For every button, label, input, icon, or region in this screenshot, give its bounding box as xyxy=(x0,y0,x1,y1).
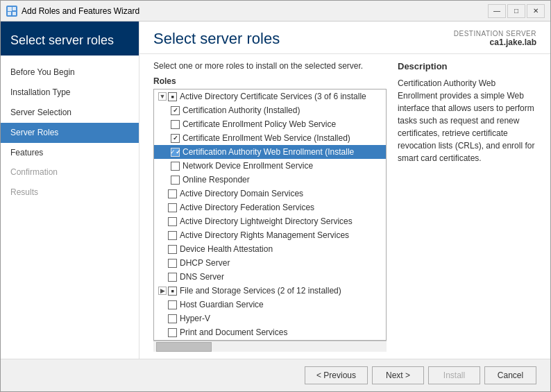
destination-value: ca1.jake.lab xyxy=(454,37,536,47)
sidebar-header: Select server roles xyxy=(1,22,139,56)
expander-file-storage[interactable]: ▶ xyxy=(158,287,167,295)
role-row-cert-auth-web[interactable]: ✓ Certification Authority Web Enrollment… xyxy=(154,145,386,159)
footer: < Previous Next > Install Cancel xyxy=(1,359,550,391)
sidebar-item-installation-type[interactable]: Installation Type xyxy=(1,83,139,103)
horizontal-scrollbar[interactable] xyxy=(153,341,387,352)
destination-info: DESTINATION SERVER ca1.jake.lab xyxy=(454,30,536,47)
checkbox-cert-enroll-web[interactable] xyxy=(171,134,180,143)
sidebar-nav: Before You Begin Installation Type Serve… xyxy=(1,56,139,359)
role-row-cert-enroll-policy[interactable]: Certificate Enrollment Policy Web Servic… xyxy=(154,117,386,131)
content-area: Select server roles Before You Begin Ins… xyxy=(1,22,550,359)
previous-button[interactable]: < Previous xyxy=(305,366,368,384)
main-window: Add Roles and Features Wizard — □ ✕ Sele… xyxy=(0,0,551,392)
role-label-dhcp: DHCP Server xyxy=(180,258,230,268)
sidebar-header-title: Select server roles xyxy=(10,33,129,49)
role-row-ad-federation[interactable]: Active Directory Federation Services xyxy=(154,201,386,214)
role-label-cert-enroll-policy: Certificate Enrollment Policy Web Servic… xyxy=(183,119,336,129)
role-row-device-health[interactable]: Device Health Attestation xyxy=(154,242,386,256)
checkbox-cert-auth[interactable] xyxy=(171,106,180,115)
install-button: Install xyxy=(428,366,480,384)
role-row-print-doc[interactable]: Print and Document Services xyxy=(154,325,386,339)
role-row-hyper-v[interactable]: Hyper-V xyxy=(154,312,386,325)
checkbox-hyper-v[interactable] xyxy=(168,314,177,323)
checkbox-device-health[interactable] xyxy=(168,245,177,254)
svg-rect-1 xyxy=(12,7,16,10)
role-row-ad-cert[interactable]: ▼ Active Directory Certificate Services … xyxy=(154,90,386,103)
next-button[interactable]: Next > xyxy=(372,366,424,384)
role-row-network-device[interactable]: Network Device Enrollment Service xyxy=(154,159,386,173)
roles-list[interactable]: ▼ Active Directory Certificate Services … xyxy=(154,90,386,340)
roles-description: Select one or more roles to install on t… xyxy=(153,61,387,71)
role-label-device-health: Device Health Attestation xyxy=(180,244,273,254)
checkbox-host-guardian[interactable] xyxy=(168,300,177,309)
role-label-cert-auth: Certification Authority (Installed) xyxy=(183,105,300,115)
checkbox-dhcp[interactable] xyxy=(168,259,177,268)
role-label-host-guardian: Host Guardian Service xyxy=(180,300,264,309)
role-label-print-doc: Print and Document Services xyxy=(180,327,287,337)
role-label-ad-rights: Active Directory Rights Management Servi… xyxy=(180,230,349,240)
checkbox-ad-cert[interactable] xyxy=(168,92,177,101)
checkbox-cert-auth-web[interactable]: ✓ xyxy=(171,148,180,157)
description-panel: Description Certification Authority Web … xyxy=(398,61,536,352)
role-label-hyper-v: Hyper-V xyxy=(180,314,210,323)
checkbox-dns[interactable] xyxy=(168,273,177,282)
role-label-ad-domain: Active Directory Domain Services xyxy=(180,189,303,198)
roles-list-container: ▼ Active Directory Certificate Services … xyxy=(153,89,387,341)
role-row-ad-rights[interactable]: Active Directory Rights Management Servi… xyxy=(154,228,386,242)
checkbox-ad-federation[interactable] xyxy=(168,203,177,212)
role-label-network-device: Network Device Enrollment Service xyxy=(183,161,313,171)
sidebar: Select server roles Before You Begin Ins… xyxy=(1,22,139,359)
role-row-cert-auth[interactable]: Certification Authority (Installed) xyxy=(154,103,386,117)
role-label-ad-lightweight: Active Directory Lightweight Directory S… xyxy=(180,216,353,226)
window-title: Add Roles and Features Wizard xyxy=(22,6,488,16)
role-label-cert-auth-web: Certification Authority Web Enrollment (… xyxy=(183,147,354,157)
checkbox-online-responder[interactable] xyxy=(171,176,180,185)
role-row-ad-domain[interactable]: Active Directory Domain Services xyxy=(154,187,386,201)
sidebar-item-server-roles[interactable]: Server Roles xyxy=(1,123,139,143)
close-button[interactable]: ✕ xyxy=(527,4,545,18)
role-row-dhcp[interactable]: DHCP Server xyxy=(154,256,386,270)
roles-label: Roles xyxy=(153,76,387,86)
cancel-button[interactable]: Cancel xyxy=(484,366,536,384)
maximize-button[interactable]: □ xyxy=(507,4,525,18)
window-icon xyxy=(6,6,17,17)
sidebar-item-features[interactable]: Features xyxy=(1,143,139,163)
checkbox-print-doc[interactable] xyxy=(168,328,177,337)
role-row-host-guardian[interactable]: Host Guardian Service xyxy=(154,298,386,312)
role-label-ad-federation: Active Directory Federation Services xyxy=(180,203,314,212)
description-title: Description xyxy=(398,61,536,71)
role-label-cert-enroll-web: Certificate Enrollment Web Service (Inst… xyxy=(183,133,350,143)
sidebar-item-before-you-begin[interactable]: Before You Begin xyxy=(1,62,139,83)
checkbox-file-storage[interactable] xyxy=(168,287,177,296)
role-row-online-responder[interactable]: Online Responder xyxy=(154,173,386,187)
page-title: Select server roles xyxy=(153,30,280,48)
checkbox-ad-lightweight[interactable] xyxy=(168,217,177,226)
roles-panel: Select one or more roles to install on t… xyxy=(153,61,387,352)
checkbox-cert-enroll-policy[interactable] xyxy=(171,120,180,129)
sidebar-item-confirmation: Confirmation xyxy=(1,162,139,182)
role-row-dns[interactable]: DNS Server xyxy=(154,270,386,284)
window-controls: — □ ✕ xyxy=(488,4,545,18)
role-label-online-responder: Online Responder xyxy=(183,175,250,185)
role-label-ad-cert: Active Directory Certificate Services (3… xyxy=(180,92,366,101)
role-row-remote-access[interactable]: Remote Access xyxy=(154,339,386,340)
role-row-file-storage[interactable]: ▶ File and Storage Services (2 of 12 ins… xyxy=(154,284,386,298)
destination-label: DESTINATION SERVER xyxy=(454,30,536,37)
checkbox-network-device[interactable] xyxy=(171,162,180,171)
scrollbar-thumb[interactable] xyxy=(156,342,212,352)
svg-rect-0 xyxy=(8,7,12,11)
sidebar-item-server-selection[interactable]: Server Selection xyxy=(1,103,139,123)
svg-rect-2 xyxy=(8,12,11,15)
role-row-ad-lightweight[interactable]: Active Directory Lightweight Directory S… xyxy=(154,214,386,228)
role-row-cert-enroll-web[interactable]: Certificate Enrollment Web Service (Inst… xyxy=(154,131,386,145)
svg-rect-3 xyxy=(12,12,16,15)
checkbox-ad-domain[interactable] xyxy=(168,189,177,198)
expander-ad-cert[interactable]: ▼ xyxy=(158,92,167,101)
minimize-button[interactable]: — xyxy=(488,4,506,18)
sidebar-item-results: Results xyxy=(1,182,139,203)
main-body: Select one or more roles to install on t… xyxy=(139,54,550,359)
main-content: Select server roles DESTINATION SERVER c… xyxy=(139,22,550,359)
checkbox-ad-rights[interactable] xyxy=(168,231,177,240)
role-label-dns: DNS Server xyxy=(180,272,224,282)
description-text: Certification Authority Web Enrollment p… xyxy=(398,77,536,164)
